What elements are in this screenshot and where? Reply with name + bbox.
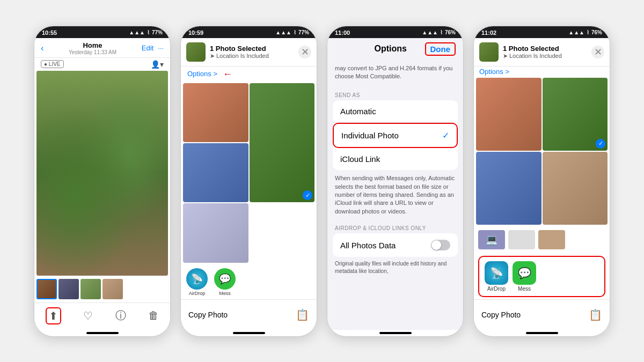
live-badge-1: ● LIVE bbox=[41, 60, 64, 68]
share-icon-1[interactable]: ⬆ bbox=[46, 307, 61, 324]
thumbnail-2[interactable] bbox=[58, 279, 79, 299]
screen-4: 1 Photo Selected ➤ Location Is Included … bbox=[474, 38, 610, 330]
heart-icon-1[interactable]: ♡ bbox=[83, 309, 93, 322]
messages-button-4[interactable]: 💬 bbox=[513, 261, 536, 285]
select-check-4: ✓ bbox=[596, 139, 605, 149]
edit-button-1[interactable]: Edit bbox=[142, 44, 153, 52]
send-options-list-3: Automatic Individual Photo ✓ iCloud Link bbox=[333, 100, 458, 170]
share-title-4: 1 Photo Selected bbox=[503, 45, 587, 53]
copy-icon-4: 📋 bbox=[589, 308, 602, 321]
options-nav-3: Options Done bbox=[327, 38, 463, 60]
options-row-4[interactable]: Options > bbox=[474, 67, 610, 77]
share-thumb-4 bbox=[479, 42, 499, 62]
photo-grid-2: ✓ bbox=[181, 81, 317, 265]
wifi-icon-2: ⌇ bbox=[294, 29, 296, 35]
live-row-1: ● LIVE 👤▾ bbox=[34, 58, 170, 71]
phone-screen-2: 10:59 ▲▲▲ ⌇ 77% 1 Photo Selected ➤ Locat… bbox=[180, 26, 317, 337]
all-photos-desc-3: Original quality files will include edit… bbox=[327, 257, 463, 278]
home-indicator-4 bbox=[526, 332, 558, 334]
share-info-2: 1 Photo Selected ➤ Location Is Included bbox=[210, 45, 294, 60]
phone-screen-3: 11:00 ▲▲▲ ⌇ 76% Options Done may convert… bbox=[327, 26, 464, 337]
airdrop-highlight-row-4: 📡 AirDrop 💬 Mess bbox=[478, 256, 605, 297]
close-button-2[interactable]: ✕ bbox=[298, 46, 311, 58]
messages-avatar-2: 💬 bbox=[214, 268, 236, 290]
status-icons-4: ▲▲▲ ⌇ 76% bbox=[568, 29, 602, 35]
thumbnail-3[interactable] bbox=[80, 279, 101, 299]
all-photos-toggle-row-3: All Photos Data bbox=[333, 233, 458, 257]
wifi-icon-4: ⌇ bbox=[587, 29, 589, 35]
option-individual-photo-3[interactable]: Individual Photo ✓ bbox=[333, 123, 458, 148]
done-button-3[interactable]: Done bbox=[425, 42, 456, 56]
home-indicator-3 bbox=[379, 332, 412, 334]
screen-3: Options Done may convert to JPG and H.26… bbox=[327, 38, 463, 330]
share-subtitle-4: ➤ Location Is Included bbox=[503, 53, 587, 60]
signal-icon-3: ▲▲▲ bbox=[422, 29, 438, 35]
grid-photo-4b: ✓ bbox=[543, 78, 608, 151]
thumbnail-1[interactable] bbox=[36, 279, 57, 299]
status-icons-3: ▲▲▲ ⌇ 76% bbox=[422, 29, 456, 35]
signal-icon-1: ▲▲▲ bbox=[129, 29, 145, 35]
info-icon-1[interactable]: ⓘ bbox=[115, 308, 126, 323]
grid-photo-4c bbox=[476, 152, 541, 225]
laptop-row-4: 💻 bbox=[474, 226, 610, 254]
checkmark-icon-3: ✓ bbox=[442, 130, 449, 141]
signal-icon-2: ▲▲▲ bbox=[275, 29, 291, 35]
back-button-1[interactable]: ‹ bbox=[41, 43, 43, 53]
status-time-4: 11:02 bbox=[481, 29, 496, 36]
status-icons-1: ▲▲▲ ⌇ 77% bbox=[129, 29, 163, 35]
copy-photo-row-4[interactable]: Copy Photo 📋 bbox=[479, 303, 604, 327]
grid-photo-4d bbox=[543, 152, 608, 225]
all-photos-label-3: All Photos Data bbox=[340, 241, 396, 250]
airdrop-avatar-2: 📡 bbox=[186, 268, 208, 290]
options-button-2[interactable]: Options > ← bbox=[187, 70, 217, 78]
nav-bar-1: ‹ Home Yesterday 11:33 AM Edit ··· bbox=[34, 38, 170, 58]
airdrop-icon-2[interactable]: 📡 AirDrop bbox=[185, 268, 209, 296]
grid-photo-2 bbox=[183, 143, 248, 202]
messages-icon-2[interactable]: 💬 Mess bbox=[213, 268, 237, 296]
location-icon-2: ➤ bbox=[210, 53, 215, 60]
option-icloud-link-3[interactable]: iCloud Link bbox=[333, 148, 458, 170]
share-actions-4: Copy Photo 📋 bbox=[474, 299, 610, 330]
battery-icon-2: 77% bbox=[298, 29, 309, 35]
screen-2: 1 Photo Selected ➤ Location Is Included … bbox=[181, 38, 317, 330]
copy-photo-row-2[interactable]: Copy Photo 📋 bbox=[186, 303, 311, 327]
copy-icon-2: 📋 bbox=[296, 308, 309, 321]
more-button-1[interactable]: ··· bbox=[158, 44, 164, 52]
people-row-2: 📡 AirDrop 💬 Mess bbox=[181, 265, 317, 299]
share-title-2: 1 Photo Selected bbox=[210, 45, 294, 53]
wifi-icon-3: ⌇ bbox=[440, 29, 443, 35]
battery-icon-3: 76% bbox=[445, 29, 456, 35]
grid-photo-4a bbox=[476, 78, 541, 151]
status-bar-2: 10:59 ▲▲▲ ⌇ 77% bbox=[181, 26, 317, 38]
status-icons-2: ▲▲▲ ⌇ 77% bbox=[275, 29, 309, 35]
battery-icon-1: 77% bbox=[152, 29, 163, 35]
phone-screen-1: 10:55 ▲▲▲ ⌇ 77% ‹ Home Yesterday 11:33 A… bbox=[34, 26, 171, 337]
trash-icon-1[interactable]: 🗑 bbox=[148, 309, 159, 322]
select-check-2: ✓ bbox=[303, 190, 312, 200]
options-row-2: Options > ← bbox=[181, 67, 317, 81]
status-bar-4: 11:02 ▲▲▲ ⌇ 76% bbox=[474, 26, 610, 38]
home-indicator-2 bbox=[233, 332, 265, 334]
share-header-2: 1 Photo Selected ➤ Location Is Included … bbox=[181, 38, 317, 67]
copy-photo-label-2: Copy Photo bbox=[188, 311, 228, 319]
thumbnail-row-1 bbox=[34, 276, 170, 302]
thumbnail-4[interactable] bbox=[103, 279, 123, 299]
share-subtitle-2: ➤ Location Is Included bbox=[210, 53, 294, 60]
share-actions-2: Copy Photo 📋 bbox=[181, 299, 317, 330]
top-text-3: may convert to JPG and H.264 formats if … bbox=[327, 60, 463, 85]
red-arrow-indicator: ← bbox=[223, 69, 232, 80]
grid-photo-3: ✓ bbox=[250, 83, 315, 203]
close-button-4[interactable]: ✕ bbox=[591, 46, 604, 58]
status-time-3: 11:00 bbox=[335, 29, 350, 36]
airdrop-btn-group-4: 📡 AirDrop bbox=[485, 261, 508, 292]
location-icon-4: ➤ bbox=[503, 53, 508, 60]
airdrop-header-3: AIRDROP & ICLOUD LINKS ONLY bbox=[327, 220, 463, 233]
option-desc-3: When sending with Messages only, Automat… bbox=[327, 170, 463, 220]
option-automatic-3[interactable]: Automatic bbox=[333, 100, 458, 123]
grid-photo-1 bbox=[183, 83, 248, 142]
wifi-icon-1: ⌇ bbox=[147, 29, 150, 35]
all-photos-toggle-3[interactable] bbox=[431, 240, 450, 250]
share-thumb-2 bbox=[186, 42, 206, 62]
main-photo-1 bbox=[36, 71, 168, 276]
airdrop-button-4[interactable]: 📡 bbox=[485, 261, 508, 285]
